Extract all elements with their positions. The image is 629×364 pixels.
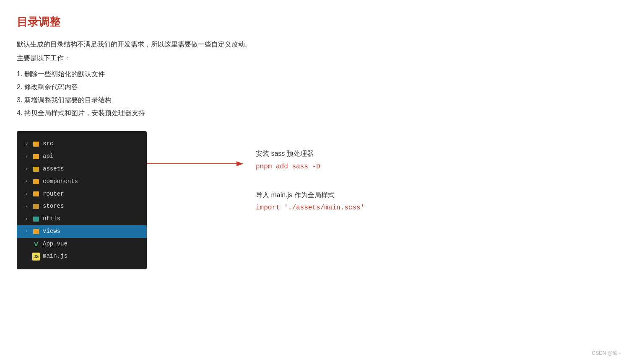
folder-icon-utils bbox=[32, 216, 40, 222]
annotation-code-2: import './assets/main.scss' bbox=[256, 202, 364, 214]
tree-label-mainjs: main.js bbox=[43, 251, 68, 261]
tree-item-assets[interactable]: › assets bbox=[17, 163, 147, 176]
tree-label-components: components bbox=[43, 177, 78, 187]
tree-item-mainjs[interactable]: JS main.js bbox=[17, 250, 147, 263]
annotation-block-2: 导入 main.js 作为全局样式 import './assets/main.… bbox=[256, 189, 364, 214]
chevron-src: ∨ bbox=[25, 140, 32, 148]
tree-item-views[interactable]: › views bbox=[17, 225, 147, 238]
chevron-utils: › bbox=[25, 215, 32, 223]
annotation-code-1: pnpm add sass -D bbox=[256, 161, 364, 173]
annotation-label-1: 安装 sass 预处理器 bbox=[256, 148, 364, 159]
tree-item-components[interactable]: › components bbox=[17, 176, 147, 188]
folder-icon-src bbox=[32, 141, 40, 147]
tree-label-stores: stores bbox=[43, 201, 64, 212]
chevron-stores: › bbox=[25, 203, 32, 211]
chevron-components: › bbox=[25, 178, 32, 186]
tree-item-stores[interactable]: › stores bbox=[17, 200, 147, 213]
tree-label-assets: assets bbox=[43, 164, 64, 174]
folder-icon-views bbox=[32, 228, 40, 235]
work-label: 主要是以下工作： bbox=[17, 52, 612, 64]
diagram-area: ∨ src › api › assets › bbox=[17, 131, 612, 274]
tree-label-src: src bbox=[43, 139, 53, 149]
tree-item-src: ∨ src bbox=[17, 138, 147, 150]
folder-icon-router bbox=[32, 191, 40, 197]
tree-label-router: router bbox=[43, 189, 64, 199]
annotation-block-1: 安装 sass 预处理器 pnpm add sass -D bbox=[256, 148, 364, 172]
intro-text: 默认生成的目录结构不满足我们的开发需求，所以这里需要做一些自定义改动。 bbox=[17, 39, 612, 50]
chevron-router: › bbox=[25, 190, 32, 198]
vue-icon: V bbox=[32, 241, 40, 248]
chevron-api: › bbox=[25, 153, 32, 161]
tree-item-appvue[interactable]: V App.vue bbox=[17, 238, 147, 250]
tree-label-utils: utils bbox=[43, 214, 60, 224]
tree-label-appvue: App.vue bbox=[43, 239, 68, 249]
watermark: CSDN @瑜~ bbox=[592, 349, 621, 357]
work-item-1: 1. 删除一些初始化的默认文件 bbox=[17, 68, 612, 80]
tree-label-views: views bbox=[43, 227, 60, 237]
work-item-3: 3. 新增调整我们需要的目录结构 bbox=[17, 94, 612, 106]
js-icon: JS bbox=[32, 253, 40, 260]
annotations: 安装 sass 预处理器 pnpm add sass -D 导入 main.js… bbox=[256, 131, 364, 214]
tree-item-api[interactable]: › api bbox=[17, 150, 147, 163]
work-list: 1. 删除一些初始化的默认文件 2. 修改剩余代码内容 3. 新增调整我们需要的… bbox=[17, 68, 612, 119]
tree-item-utils[interactable]: › utils bbox=[17, 213, 147, 225]
annotation-label-2: 导入 main.js 作为全局样式 bbox=[256, 189, 364, 201]
chevron-assets: › bbox=[25, 165, 32, 173]
tree-item-router[interactable]: › router bbox=[17, 188, 147, 201]
chevron-views: › bbox=[25, 227, 32, 235]
tree-label-api: api bbox=[43, 152, 53, 162]
chevron-appvue bbox=[25, 240, 32, 248]
arrow-svg bbox=[147, 131, 256, 274]
folder-icon-assets bbox=[32, 166, 40, 173]
chevron-mainjs bbox=[25, 253, 32, 261]
folder-icon-stores bbox=[32, 203, 40, 210]
file-tree: ∨ src › api › assets › bbox=[17, 131, 147, 269]
page-title: 目录调整 bbox=[17, 13, 612, 31]
folder-icon-api bbox=[32, 153, 40, 160]
arrow-area bbox=[147, 131, 256, 274]
folder-icon-components bbox=[32, 178, 40, 185]
work-item-4: 4. 拷贝全局样式和图片，安装预处理器支持 bbox=[17, 107, 612, 119]
work-item-2: 2. 修改剩余代码内容 bbox=[17, 81, 612, 93]
